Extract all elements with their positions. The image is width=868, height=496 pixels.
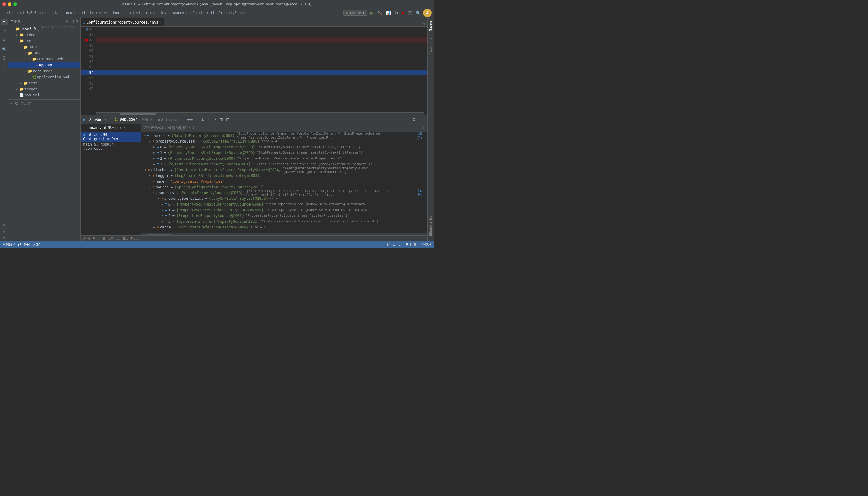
project-dropdown[interactable]: ▾	[22, 19, 24, 23]
tree-target[interactable]: ▶ 📁 target	[9, 86, 80, 92]
breakpoint-88[interactable]	[85, 38, 88, 42]
tree-java[interactable]: ▾ 📁 java	[9, 50, 80, 56]
debug-scrollbar-h[interactable]	[141, 233, 428, 235]
line-content-86[interactable]: public static void attach(Environment en…	[96, 27, 428, 32]
step-into-my-button[interactable]: ⇓	[200, 117, 206, 123]
user-avatar[interactable]: A	[423, 9, 432, 17]
var-item-1-1[interactable]: ▶ ≡ 1 = {PropertySource$StubPropertySour…	[141, 150, 428, 155]
bookmarks-side-tab[interactable]: Bookmarks	[428, 214, 433, 236]
line-content-87[interactable]: Assert.isInstanceOf(ConfigurableEnvironm…	[96, 32, 428, 37]
line-content-88[interactable]: MutablePropertySources sources = ((Confi…	[96, 37, 428, 43]
line-content-94[interactable]: sources.remove(ATTACHED_PROPERTY_SOURCE_…	[96, 70, 428, 75]
tree-apprun[interactable]: ▶ ☕ AppRun	[9, 62, 80, 68]
var-cache[interactable]: ▶ ⊙ cache = {ConcurrentReferenceHashMap@…	[141, 224, 428, 230]
breadcrumb-jar[interactable]: spring-boot-3.0.0-sources.jar	[2, 11, 60, 15]
line-content-89[interactable]: PropertySource<?> attached = getAttached…	[96, 43, 428, 48]
settings-icon[interactable]: ⚙	[1, 221, 7, 228]
search-files-icon[interactable]: 🔍	[1, 46, 7, 52]
evaluate-button[interactable]: ⊞	[218, 117, 224, 123]
var-item-1-4[interactable]: ▶ ≡ 1 = {PropertySource$StubPropertySour…	[141, 207, 428, 213]
breadcrumb-boot[interactable]: boot	[113, 11, 121, 15]
hint-close[interactable]: ×	[142, 236, 144, 241]
line-content-93[interactable]: }	[96, 64, 428, 70]
tree-idea[interactable]: ▶ 📁 .idea	[9, 32, 80, 38]
locate-file-icon[interactable]: ⊙	[66, 19, 69, 24]
debug-tab-actuator[interactable]: ◉ Actuator	[155, 116, 181, 123]
var-attached[interactable]: ▾ ⊙ attached = {ConfigurationPropertySou…	[141, 167, 428, 173]
breadcrumb-context[interactable]: context	[127, 11, 140, 15]
var-sources-2[interactable]: ▾ ⊙ sources = {MutablePropertySources@28…	[141, 190, 428, 196]
project-icon[interactable]: ≡	[1, 19, 7, 25]
breadcrumb-properties[interactable]: properties	[146, 11, 166, 15]
line-content-96[interactable]: }	[96, 81, 428, 86]
run-config-button[interactable]: ▶ AppRun ▾	[343, 10, 367, 16]
var-item-3-4[interactable]: ▶ ≡ 3 = {SystemEnvironmentPropertySource…	[141, 218, 428, 224]
search-button[interactable]: 🔍	[414, 10, 422, 16]
close-button[interactable]	[2, 2, 6, 6]
breadcrumb-source[interactable]: source	[172, 11, 184, 15]
bookmark-icon[interactable]: ★	[1, 228, 7, 235]
stop-button[interactable]: ■	[401, 10, 405, 16]
breadcrumb-springframework[interactable]: springframework	[77, 11, 107, 15]
dots-menu-icon[interactable]: ⚙	[76, 19, 78, 24]
var-sources-top[interactable]: ▾ ≡ sources = {MutablePropertySources@28…	[141, 133, 428, 138]
var-item-0-1[interactable]: ▶ ≡ 0 = {PropertySource$StubPropertySour…	[141, 144, 428, 150]
stack-frame-main[interactable]: main:9, AppRun (com.ossa...	[81, 142, 141, 151]
stack-frame-attach[interactable]: ◉ attach:94, ConfigurationPro...	[81, 132, 141, 142]
tree-package[interactable]: ▾ 📁 com.ossa.web	[9, 56, 80, 62]
status-indent[interactable]: 4个空格	[420, 243, 432, 247]
tree-root[interactable]: ▾ 📁 ossa3.0 ~/java/java/seckill-rec	[9, 26, 80, 32]
reload-button[interactable]: ↻	[393, 10, 399, 16]
classicist-side-tab[interactable]: classicist	[428, 33, 433, 58]
editor-more-icon[interactable]: ⋯	[414, 22, 416, 26]
structure-icon[interactable]: ⊞	[1, 235, 7, 242]
debug-settings-button[interactable]: ⚙	[411, 117, 417, 123]
collapse-all-icon[interactable]: ⟨⟩	[70, 19, 75, 24]
run-green-button[interactable]: ▶	[369, 9, 375, 16]
git-icon[interactable]: ⑂	[1, 64, 7, 71]
tab-config-sources[interactable]: ☕ ConfigurationPropertySources.java ×	[81, 18, 164, 26]
status-position[interactable]: 94:1	[387, 243, 395, 247]
var-item-0-4[interactable]: ▶ ≡ 0 = {PropertySource$StubPropertySour…	[141, 201, 428, 207]
maven-side-tab[interactable]: Maven	[428, 19, 433, 33]
step-out-button[interactable]: ↑	[206, 117, 211, 123]
line-content-91[interactable]: attached = new ConfigurationPropertySour…	[96, 53, 428, 59]
debug-tab-console[interactable]: 控制台	[140, 116, 155, 123]
eval-dropdown[interactable]: ▾	[423, 126, 425, 130]
database-icon[interactable]: 🗄	[1, 55, 7, 61]
thread-more[interactable]: ▾	[123, 126, 125, 129]
status-lf[interactable]: LF	[399, 243, 402, 247]
debug-title-close[interactable]: ×	[105, 118, 107, 122]
run-to-cursor-button[interactable]: ↗	[212, 117, 218, 123]
step-into-button[interactable]: ↓	[195, 117, 199, 123]
tree-src[interactable]: ▾ 📁 src	[9, 38, 80, 44]
maven-icon[interactable]: M	[423, 22, 425, 26]
commit-icon[interactable]: ⎇	[1, 28, 7, 34]
translate-button[interactable]: 文	[406, 10, 413, 16]
editor-scrollbar-h[interactable]	[96, 112, 424, 115]
run-debug-icon[interactable]: ▶	[1, 37, 7, 43]
check-icon[interactable]: ✓	[419, 22, 421, 26]
thread-filter-icon[interactable]: ▼	[119, 126, 122, 129]
var-name[interactable]: ▶ ⊙ name = "configurationProperties"	[141, 179, 428, 184]
show-link-2[interactable]: (显示)	[417, 188, 425, 197]
tree-resources[interactable]: ▾ 📁 resources	[9, 68, 80, 74]
show-link[interactable]: (显示)	[417, 132, 425, 140]
line-content-95[interactable]: sources.addFirst(attached);	[96, 75, 428, 81]
scrollbar-thumb-h[interactable]	[120, 113, 156, 115]
coverage-button[interactable]: 📊	[385, 10, 392, 16]
debug-minimize-button[interactable]: —	[418, 117, 425, 123]
tree-appyml[interactable]: ▶ 🌿 application.yml	[9, 74, 80, 80]
grid-view-button[interactable]: ⊟	[225, 117, 231, 123]
maximize-button[interactable]	[13, 2, 17, 6]
line-content-90[interactable]: if (attached == null || !isUsingSources(…	[96, 48, 428, 53]
tree-main[interactable]: ▾ 📁 main	[9, 44, 80, 50]
build-button[interactable]: 🔨	[376, 10, 383, 16]
debug-tab-debugger[interactable]: 🐛 Debugger	[111, 116, 140, 123]
tab-close-icon[interactable]: ×	[160, 20, 161, 24]
minimize-button[interactable]	[8, 2, 12, 6]
tree-test[interactable]: ▶ 📁 test	[9, 80, 80, 86]
var-item-2-4[interactable]: ▶ ≡ 2 = {PropertiesPropertySource@2900} …	[141, 213, 428, 218]
line-content-92[interactable]: new SpringConfigurationPropertySources(s…	[96, 59, 428, 64]
var-item-2-1[interactable]: ▶ ≡ 2 = {PropertiesPropertySource@2900} …	[141, 155, 428, 161]
